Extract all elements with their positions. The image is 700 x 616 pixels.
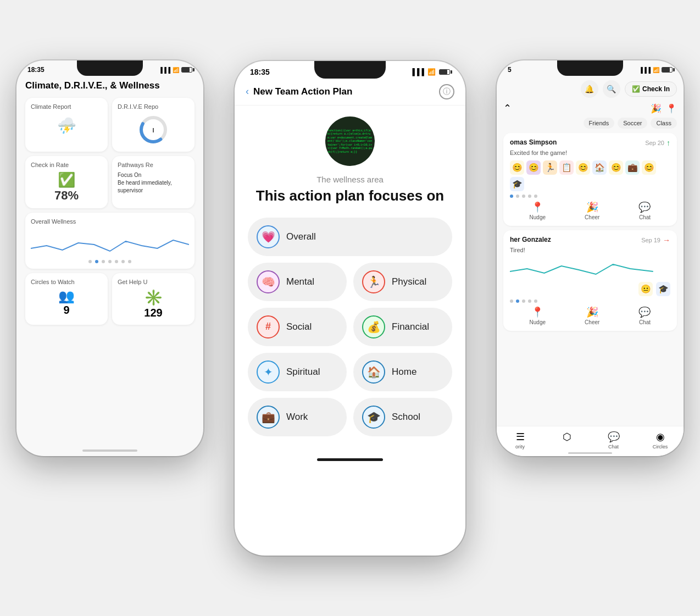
center-time: 18:35 xyxy=(250,68,270,76)
overall-wellness-card[interactable]: Overall Wellness xyxy=(25,213,195,269)
work-label: Work xyxy=(286,412,308,423)
wellness-btn-physical[interactable]: 🏃 Physical xyxy=(353,263,452,301)
back-button[interactable]: ‹ xyxy=(246,86,249,97)
filter-tag-soccer[interactable]: Soccer xyxy=(618,118,647,129)
cheer-action-2[interactable]: 🎉 Cheer xyxy=(585,306,599,325)
center-phone: 18:35 ▐▐▐ 📶 ‹ New Team Action Plan ⓘ fun… xyxy=(235,61,465,556)
location-icon: 📍 xyxy=(666,103,677,114)
cheer-action-1[interactable]: 🎉 Cheer xyxy=(585,201,599,220)
nav-bar: ‹ New Team Action Plan ⓘ xyxy=(235,80,465,106)
center-notch xyxy=(314,61,386,79)
chat-label-1: Chat xyxy=(639,214,651,220)
dot-7 xyxy=(128,260,131,263)
wellness-btn-spiritual[interactable]: ✦ Spiritual xyxy=(248,353,347,391)
bottom-cards: Circles to Watch 👥 9 Get Help U ✳️ 129 xyxy=(25,273,195,325)
bottom-nav-chat[interactable]: 💬 Chat xyxy=(590,431,637,444)
priority-icon: ☰ xyxy=(516,431,525,443)
search-button[interactable]: 🔍 xyxy=(603,80,620,98)
wellness-btn-overall[interactable]: 💗 Overall xyxy=(248,218,452,256)
action-plan-title: This action plan focuses on xyxy=(248,187,452,204)
left-time: 18:35 xyxy=(27,66,45,74)
climate-report-card[interactable]: Climate Report ⛈️ xyxy=(25,98,108,152)
spiritual-icon: ✦ xyxy=(257,360,280,384)
wellness-area-label: The wellness area xyxy=(248,175,452,184)
check-rate-number: 78% xyxy=(31,188,102,203)
feed-status-1: Excited for the game! xyxy=(510,149,670,156)
circles-watch-card[interactable]: Circles to Watch 👥 9 xyxy=(25,273,108,325)
emoji-8: 💼 xyxy=(625,160,640,175)
left-page-title: Climate, D.R.I.V.E., & Wellness xyxy=(25,80,195,91)
dot-1 xyxy=(88,260,92,263)
right-content: 🔔 🔍 ✅ Check In ⌃ 🎉 📍 Friends Soccer Clas… xyxy=(497,76,684,444)
chat-label-2: Chat xyxy=(639,319,651,325)
feed2-emoji-1: 😐 xyxy=(638,282,653,296)
physical-icon: 🏃 xyxy=(362,270,385,293)
home-icon: 🏠 xyxy=(362,360,385,384)
bottom-nav-home[interactable]: ⬡ xyxy=(543,431,590,444)
right-wifi: 📶 xyxy=(653,67,659,73)
social-icon: # xyxy=(257,315,280,338)
feed-item-1: omas Simpson Sep 20 ↑ Excited for the ga… xyxy=(503,133,677,226)
nudge-action-2[interactable]: 📍 Nudge xyxy=(530,306,546,325)
wellness-chart xyxy=(31,229,189,257)
nav-title: New Team Action Plan xyxy=(253,86,439,97)
chat-action-1[interactable]: 💬 Chat xyxy=(638,201,651,220)
get-help-card[interactable]: Get Help U ✳️ 129 xyxy=(112,273,195,325)
chat-action-2[interactable]: 💬 Chat xyxy=(638,306,651,325)
trend-right-icon: → xyxy=(663,236,670,245)
wellness-btn-work[interactable]: 💼 Work xyxy=(248,398,347,436)
middle-cards-row: Check in Rate ✅ 78% Pathways Re Focus On… xyxy=(25,156,195,208)
fd2-dot2 xyxy=(516,299,519,303)
bottom-nav-priority[interactable]: ☰ ority xyxy=(497,431,543,444)
filter-tag-class[interactable]: Class xyxy=(651,118,677,129)
bottom-nav-circles[interactable]: ◉ Circles xyxy=(637,431,684,444)
wellness-btn-home[interactable]: 🏠 Home xyxy=(353,353,452,391)
action-row-1: 📍 Nudge 🎉 Cheer 💬 Chat xyxy=(510,198,670,220)
nudge-action-1[interactable]: 📍 Nudge xyxy=(530,201,546,220)
filter-tags: Friends Soccer Class xyxy=(503,118,677,129)
cheer-label-1: Cheer xyxy=(585,214,599,220)
feed-item-2: her Gonzalez Sep 19 → Tired! 😐 🎓 xyxy=(503,230,677,331)
center-content: function(){var a=this;if(a.b){return a.c… xyxy=(235,106,465,447)
left-content: Climate, D.R.I.V.E., & Wellness Climate … xyxy=(16,76,203,444)
info-button[interactable]: ⓘ xyxy=(439,84,454,99)
fd1-dot5 xyxy=(534,195,537,198)
celebrate-icon: 🎉 xyxy=(651,103,662,114)
wellness-line xyxy=(31,229,189,257)
financial-icon: 💰 xyxy=(362,315,385,338)
emoji-1: 😊 xyxy=(510,160,524,175)
signal-icon: ▐▐▐ xyxy=(159,67,170,73)
check-in-button[interactable]: ✅ Check In xyxy=(625,81,677,97)
pathways-title: Pathways Re xyxy=(118,162,189,168)
center-home-bar xyxy=(317,458,383,461)
wellness-row-social-financial: # Social 💰 Financial xyxy=(248,308,452,346)
feed-2-emoji-row: 😐 🎓 xyxy=(510,282,670,296)
wellness-btn-social[interactable]: # Social xyxy=(248,308,347,346)
fd2-dot5 xyxy=(534,299,537,303)
wellness-svg-2 xyxy=(510,258,670,280)
top-cards-row: Climate Report ⛈️ D.R.I.V.E Repo I xyxy=(25,98,195,152)
notification-bell-button[interactable]: 🔔 xyxy=(581,80,598,98)
check-in-label: Check In xyxy=(642,85,670,93)
wellness-row-work-school: 💼 Work 🎓 School xyxy=(248,398,452,436)
dot-5 xyxy=(115,260,118,263)
check-in-rate-card[interactable]: Check in Rate ✅ 78% xyxy=(25,156,108,208)
center-signal: ▐▐▐ xyxy=(410,68,424,76)
emoji-4: 📋 xyxy=(559,160,574,175)
action-icons: 🎉 📍 xyxy=(651,103,677,114)
chat-nav-icon: 💬 xyxy=(608,431,620,443)
overall-icon: 💗 xyxy=(257,225,280,248)
wellness-btn-school[interactable]: 🎓 School xyxy=(353,398,452,436)
school-label: School xyxy=(392,412,420,423)
spiritual-label: Spiritual xyxy=(286,367,320,378)
drive-report-card[interactable]: D.R.I.V.E Repo I xyxy=(112,98,195,152)
circles-icon: 👥 xyxy=(31,288,102,304)
wellness-btn-mental[interactable]: 🧠 Mental xyxy=(248,263,347,301)
work-icon: 💼 xyxy=(257,406,280,429)
emoji-2: 😊 xyxy=(526,160,541,175)
feed-item-2-header: her Gonzalez Sep 19 → xyxy=(510,236,670,245)
pathways-card[interactable]: Pathways Re Focus On Be heard immediatel… xyxy=(112,156,195,208)
right-icons-row: ⌃ 🎉 📍 xyxy=(503,102,677,114)
filter-tag-friends[interactable]: Friends xyxy=(584,118,615,129)
wellness-btn-financial[interactable]: 💰 Financial xyxy=(353,308,452,346)
